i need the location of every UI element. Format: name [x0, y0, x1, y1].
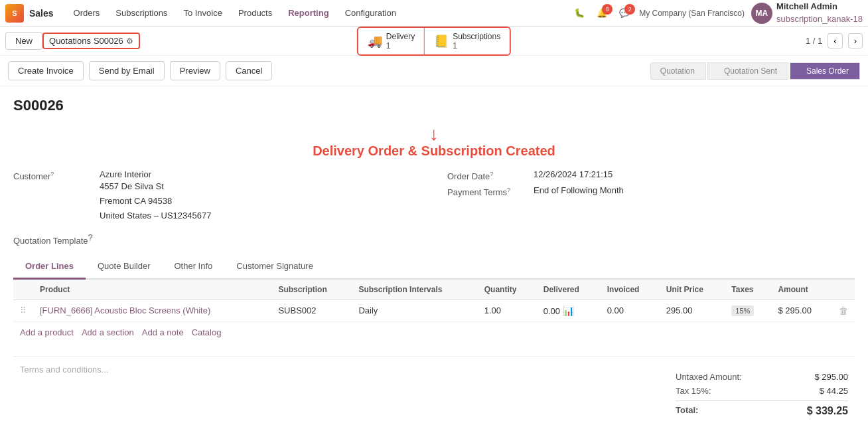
customer-value: Azure Interior 4557 De Silva St Fremont …: [100, 169, 211, 223]
taxes-cell[interactable]: 15%: [725, 300, 771, 321]
order-date-field: Order Date? 12/26/2024 17:21:15: [447, 169, 855, 181]
step-quotation[interactable]: Quotation: [650, 62, 706, 80]
help-icon-payment[interactable]: ?: [507, 187, 510, 193]
catalog-link[interactable]: Catalog: [192, 327, 222, 337]
delivery-count: 1: [386, 41, 415, 50]
delete-row-icon[interactable]: 🗑: [839, 305, 848, 316]
order-title: S00026: [13, 97, 855, 114]
tax-label: Tax 15%:: [676, 386, 711, 396]
totals-section: Untaxed Amount: $ 295.00 Tax 15%: $ 44.2…: [676, 370, 848, 419]
product-link[interactable]: [FURN_6666] Acoustic Bloc Screens (White…: [40, 305, 210, 315]
status-bar: Quotation Quotation Sent Sales Order: [649, 62, 860, 80]
tax-badge[interactable]: 15%: [731, 305, 754, 316]
quantity-cell[interactable]: 1.00: [478, 300, 537, 321]
subscriptions-info: Subscriptions 1: [453, 32, 500, 50]
avatar: MA: [751, 3, 772, 24]
user-info: Mitchell Admin subscription_kanak-18: [776, 1, 863, 25]
gear-icon[interactable]: ⚙: [126, 37, 133, 46]
untaxed-value: $ 295.00: [814, 372, 848, 382]
delivery-info: Delivery 1: [386, 32, 415, 50]
col-delete: [832, 280, 855, 300]
chart-icon[interactable]: 📊: [563, 305, 574, 316]
tab-customer-signature[interactable]: Customer Signature: [224, 254, 325, 280]
pagination-area: 1 / 1 ‹ ›: [806, 33, 863, 48]
add-section-link[interactable]: Add a section: [82, 327, 134, 337]
annotation-area: ↓ Delivery Order & Subscription Created: [13, 125, 855, 159]
user-subtitle: subscription_kanak-18: [776, 13, 863, 25]
subscriptions-icon: 📒: [434, 34, 449, 48]
notification-btn[interactable]: 🔔 8: [594, 5, 610, 21]
delete-cell[interactable]: 🗑: [832, 300, 855, 321]
nav-to-invoice[interactable]: To Invoice: [177, 4, 229, 22]
smart-buttons-group: 🚚 Delivery 1 📒 Subscriptions 1: [357, 27, 511, 56]
bug-icon-btn[interactable]: 🐛: [571, 5, 587, 21]
total-label: Total:: [676, 405, 698, 417]
chat-badge: 2: [624, 4, 635, 15]
col-unit-price: Unit Price: [660, 280, 725, 300]
app-logo[interactable]: S: [5, 4, 24, 23]
pagination-info: 1 / 1: [806, 36, 822, 46]
main-content: S00026 ↓ Delivery Order & Subscription C…: [0, 86, 868, 431]
create-invoice-btn[interactable]: Create Invoice: [8, 61, 84, 80]
subscriptions-smart-btn[interactable]: 📒 Subscriptions 1: [425, 28, 510, 54]
step-sales-order[interactable]: Sales Order: [790, 62, 860, 80]
right-col: Order Date? 12/26/2024 17:21:15 Payment …: [447, 169, 855, 227]
step-quotation-sent[interactable]: Quotation Sent: [707, 62, 788, 80]
tabs: Order Lines Quote Builder Other Info Cus…: [13, 254, 855, 280]
company-name: My Company (San Francisco): [639, 9, 745, 18]
chat-btn[interactable]: 💬 2: [616, 5, 632, 21]
top-nav: S Sales Orders Subscriptions To Invoice …: [0, 0, 868, 27]
drag-handle[interactable]: ⠿: [13, 300, 33, 321]
new-button[interactable]: New: [5, 32, 42, 50]
nav-orders[interactable]: Orders: [67, 4, 107, 22]
nav-reporting[interactable]: Reporting: [281, 4, 335, 22]
preview-btn[interactable]: Preview: [170, 61, 220, 80]
nav-menu: Orders Subscriptions To Invoice Products…: [67, 4, 572, 22]
toolbar: Create Invoice Send by Email Preview Can…: [0, 56, 868, 86]
payment-terms-value[interactable]: End of Following Month: [534, 185, 624, 195]
tax-value: $ 44.25: [820, 386, 848, 396]
nav-configuration[interactable]: Configuration: [338, 4, 403, 22]
total-row: Total: $ 339.25: [676, 400, 848, 419]
col-drag: [13, 280, 33, 300]
add-product-link[interactable]: Add a product: [20, 327, 74, 337]
customer-name[interactable]: Azure Interior: [100, 169, 211, 179]
delivery-smart-btn[interactable]: 🚚 Delivery 1: [358, 28, 425, 54]
next-record-btn[interactable]: ›: [848, 33, 863, 48]
nav-subscriptions[interactable]: Subscriptions: [109, 4, 174, 22]
table-row: ⠿ [FURN_6666] Acoustic Bloc Screens (Whi…: [13, 300, 855, 321]
tab-order-lines[interactable]: Order Lines: [13, 254, 86, 280]
add-note-link[interactable]: Add a note: [142, 327, 184, 337]
tab-other-info[interactable]: Other Info: [162, 254, 224, 280]
subscription-intervals-cell[interactable]: Daily: [352, 300, 477, 321]
help-icon-date[interactable]: ?: [490, 171, 493, 177]
footer-area: Terms and conditions... Untaxed Amount: …: [13, 356, 855, 427]
bug-icon: 🐛: [574, 8, 585, 18]
nav-products[interactable]: Products: [232, 4, 279, 22]
terms-field[interactable]: Terms and conditions...: [20, 365, 109, 375]
action-bar: New Quotations S00026 ⚙ 🚚 Delivery 1 📒: [0, 27, 868, 56]
subscription-cell[interactable]: SUBS002: [271, 300, 352, 321]
prev-record-btn[interactable]: ‹: [828, 33, 842, 48]
order-date-value[interactable]: 12/26/2024 17:21:15: [534, 169, 613, 179]
tab-quote-builder[interactable]: Quote Builder: [86, 254, 163, 280]
smart-buttons-area: 🚚 Delivery 1 📒 Subscriptions 1: [357, 27, 511, 56]
product-name-cell[interactable]: [FURN_6666] Acoustic Bloc Screens (White…: [33, 300, 271, 321]
user-name: Mitchell Admin: [776, 1, 863, 13]
addr-line1: 4557 De Silva St: [100, 179, 211, 194]
delivered-cell: 0.00 📊: [537, 300, 601, 321]
order-date-label: Order Date?: [447, 169, 534, 181]
send-by-email-btn[interactable]: Send by Email: [89, 61, 165, 80]
cancel-btn[interactable]: Cancel: [226, 61, 272, 80]
annotation-arrow-icon: ↓: [13, 125, 855, 143]
help-icon-customer[interactable]: ?: [50, 171, 54, 177]
user-menu[interactable]: MA Mitchell Admin subscription_kanak-18: [751, 1, 863, 25]
breadcrumb[interactable]: Quotations S00026 ⚙: [42, 33, 140, 49]
left-col: Customer? Azure Interior 4557 De Silva S…: [13, 169, 421, 227]
help-icon-template[interactable]: ?: [88, 232, 93, 242]
app-name[interactable]: Sales: [29, 8, 54, 19]
untaxed-row: Untaxed Amount: $ 295.00: [676, 370, 848, 384]
invoiced-cell[interactable]: 0.00: [601, 300, 660, 321]
unit-price-cell[interactable]: 295.00: [660, 300, 725, 321]
quotation-template-label: Quotation Template?: [13, 232, 113, 246]
